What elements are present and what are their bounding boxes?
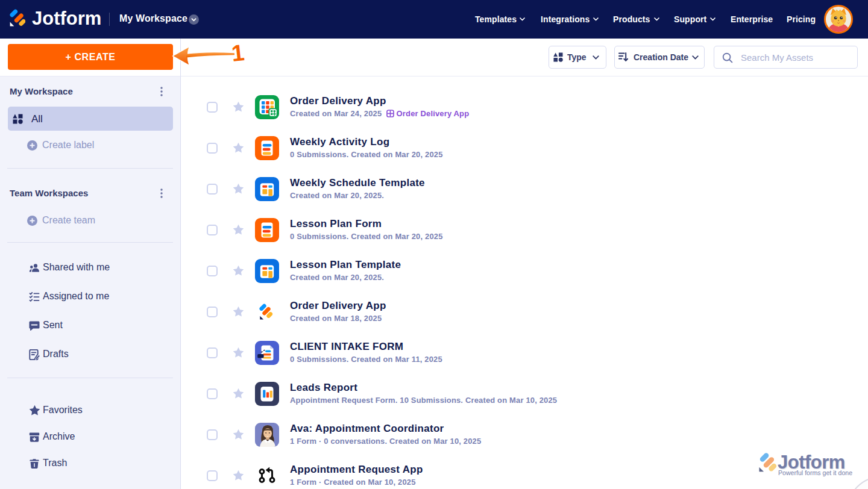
svg-text:1: 1 — [230, 41, 245, 66]
